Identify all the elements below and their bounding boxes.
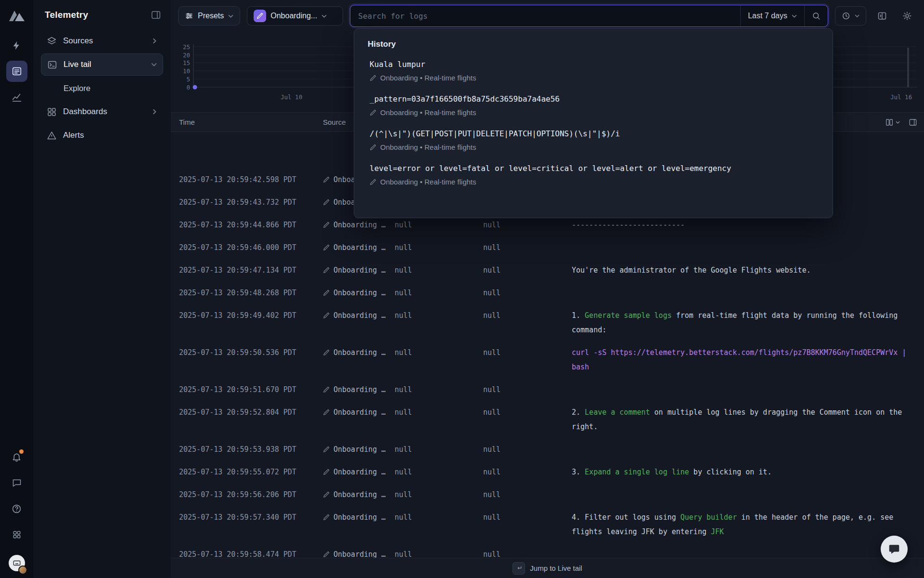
- y-axis-tick: 20: [174, 52, 190, 59]
- log-field-null-1: null: [395, 405, 483, 420]
- log-source: Onboarding …: [334, 218, 385, 232]
- log-time: 2025-07-13 20:59:49.402 PDT: [179, 308, 323, 323]
- source-badge-icon: [254, 10, 266, 22]
- chevron-down-icon: [151, 62, 157, 67]
- log-source: Onboarding …: [334, 442, 385, 457]
- collapse-sidebar-icon[interactable]: [151, 10, 161, 20]
- log-field-null-1: null: [395, 218, 483, 232]
- gear-icon: [902, 11, 912, 21]
- source-pen-icon: [370, 144, 376, 151]
- clock-icon: [842, 12, 850, 20]
- log-time: 2025-07-13 20:59:46.000 PDT: [179, 240, 323, 255]
- y-axis-tick: 10: [174, 67, 190, 75]
- log-source: Onboarding …: [334, 382, 385, 397]
- log-row[interactable]: 2025-07-13 20:59:55.072 PDT Onboarding ……: [171, 461, 924, 484]
- support-chat-button[interactable]: [881, 536, 908, 563]
- history-item[interactable]: _pattern=03a7f166500fb8a75dc3659ba7a4ae5…: [367, 89, 820, 122]
- search-bar: Last 7 days: [350, 5, 828, 27]
- log-field-null-1: null: [395, 382, 483, 397]
- rail-item-sources[interactable]: [6, 35, 27, 56]
- log-time: 2025-07-13 20:59:50.536 PDT: [179, 345, 323, 360]
- log-row[interactable]: 2025-07-13 20:59:47.134 PDT Onboarding ……: [171, 259, 924, 282]
- history-context: Onboarding • Real-time flights: [380, 178, 476, 186]
- history-item[interactable]: Kuala lumpur Onboarding • Real-time flig…: [367, 54, 820, 88]
- log-field-null-1: null: [395, 263, 483, 277]
- sidebar-item-dashboards[interactable]: Dashboards: [41, 101, 163, 123]
- time-range-selector[interactable]: Last 7 days: [740, 5, 804, 26]
- sidebar-item-alerts[interactable]: Alerts: [41, 124, 163, 146]
- sidebar-item-explore[interactable]: Explore: [41, 77, 163, 99]
- source-pen-icon: [323, 469, 330, 475]
- log-row[interactable]: 2025-07-13 20:59:52.804 PDT Onboarding ……: [171, 401, 924, 438]
- log-time: 2025-07-13 20:59:55.072 PDT: [179, 465, 323, 479]
- rail-notifications-button[interactable]: [6, 446, 27, 467]
- source-pen-icon: [323, 349, 330, 356]
- history-item[interactable]: /(^|\s|")(GET|POST|PUT|DELETE|PATCH|OPTI…: [367, 123, 820, 157]
- history-context: Onboarding • Real-time flights: [380, 108, 476, 117]
- jump-to-live-tail-label: Jump to Live tail: [530, 564, 582, 572]
- search-submit-button[interactable]: [804, 5, 828, 26]
- log-row[interactable]: 2025-07-13 20:59:49.402 PDT Onboarding ……: [171, 304, 924, 342]
- x-axis-tick: Jul 16: [890, 93, 912, 101]
- source-pen-icon: [323, 446, 330, 453]
- dashboards-icon: [47, 107, 57, 117]
- chevron-down-icon: [896, 121, 900, 124]
- live-tail-icon: [12, 66, 22, 77]
- panel-right-icon: [909, 118, 917, 127]
- columns-config-button[interactable]: [885, 118, 900, 127]
- app-logo-icon: [8, 8, 26, 22]
- sidebar-item-sources[interactable]: Sources: [41, 30, 163, 52]
- return-key-icon: [513, 562, 525, 575]
- log-message: 2. Leave a comment on multiple log lines…: [572, 405, 924, 434]
- source-pen-icon: [370, 179, 376, 185]
- log-field-null-2: null: [483, 218, 572, 232]
- log-message: curl -sS https://telemetry.betterstack.c…: [572, 345, 924, 374]
- x-axis-tick: Jul 10: [281, 93, 302, 101]
- log-field-null-2: null: [483, 405, 572, 420]
- zap-icon: [12, 40, 22, 51]
- live-tail-icon: [47, 60, 57, 70]
- log-message: You're the administrator of the Google F…: [572, 263, 924, 277]
- user-avatar[interactable]: [9, 555, 25, 571]
- chevron-down-icon: [855, 14, 860, 17]
- log-row[interactable]: 2025-07-13 20:59:57.340 PDT Onboarding ……: [171, 506, 924, 543]
- log-source: Onboarding …: [334, 510, 385, 525]
- jump-to-live-tail-button[interactable]: Jump to Live tail: [171, 558, 924, 578]
- sidebar-item-livetail[interactable]: Live tail: [41, 53, 163, 76]
- presets-icon: [185, 12, 193, 20]
- app-title: Telemetry: [45, 10, 88, 20]
- log-row[interactable]: 2025-07-13 20:59:48.268 PDT Onboarding ……: [171, 282, 924, 304]
- rail-item-livetail[interactable]: [6, 61, 27, 82]
- source-pen-icon: [323, 199, 330, 206]
- log-row[interactable]: 2025-07-13 20:59:53.938 PDT Onboarding ……: [171, 438, 924, 461]
- chevron-down-icon: [792, 14, 797, 18]
- rail-help-button[interactable]: [6, 498, 27, 519]
- search-input[interactable]: [350, 5, 740, 26]
- rail-feedback-button[interactable]: [6, 472, 27, 493]
- log-row[interactable]: 2025-07-13 20:59:56.206 PDT Onboarding ……: [171, 484, 924, 506]
- layout-toggle-button[interactable]: [909, 118, 917, 127]
- rail-apps-button[interactable]: [6, 524, 27, 545]
- presets-button[interactable]: Presets: [178, 6, 240, 26]
- settings-button[interactable]: [898, 7, 916, 25]
- icon-rail: [0, 0, 33, 578]
- chevron-down-icon: [321, 14, 327, 18]
- column-header-time[interactable]: Time: [179, 118, 323, 126]
- alerts-icon: [47, 131, 57, 141]
- metrics-icon: [12, 92, 22, 103]
- log-time: 2025-07-13 20:59:57.340 PDT: [179, 510, 323, 525]
- chart-data-point: [193, 85, 197, 90]
- log-row[interactable]: 2025-07-13 20:59:46.000 PDT Onboarding ……: [171, 236, 924, 259]
- live-pause-button[interactable]: [835, 6, 866, 26]
- source-selector[interactable]: Onboarding...: [247, 6, 343, 26]
- log-source: Onboarding …: [334, 263, 385, 277]
- split-view-button[interactable]: [873, 7, 891, 25]
- log-time: 2025-07-13 20:59:56.206 PDT: [179, 487, 323, 502]
- rail-item-explore[interactable]: [6, 87, 27, 108]
- source-pen-icon: [370, 109, 376, 116]
- log-time: 2025-07-13 20:59:42.598 PDT: [179, 172, 323, 187]
- log-row[interactable]: 2025-07-13 20:59:50.536 PDT Onboarding ……: [171, 342, 924, 379]
- help-icon: [12, 504, 22, 514]
- history-item[interactable]: level=error or level=fatal or level=crit…: [367, 158, 820, 192]
- log-row[interactable]: 2025-07-13 20:59:51.670 PDT Onboarding ……: [171, 379, 924, 401]
